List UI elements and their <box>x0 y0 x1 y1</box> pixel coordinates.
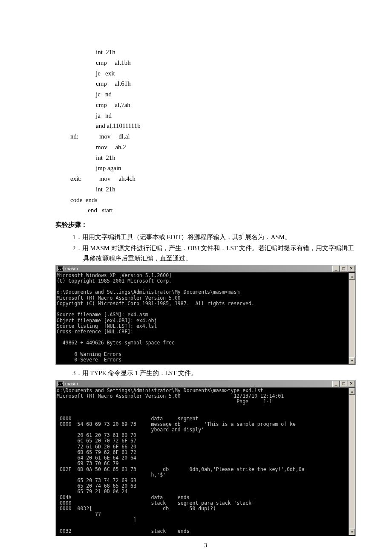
window-title: masm <box>65 266 78 271</box>
close-button[interactable]: × <box>348 381 355 387</box>
scrollbar[interactable]: ▴ ▾ <box>349 273 355 364</box>
step-item-1: 1．用用文字编辑工具（记事本或 EDIT）将源程序输入，其扩展名为．ASM。 <box>72 232 356 242</box>
close-button[interactable]: × <box>348 266 355 272</box>
console-window-masm: C:\ masm _ □ × Microsoft Windows XP [Ver… <box>55 265 356 365</box>
minimize-button[interactable]: _ <box>332 266 340 272</box>
step-item-2: 2．用 MASM 对源文件进行汇编，产生．OBJ 文件和．LST 文件。若汇编时… <box>72 243 356 263</box>
section-heading-steps: 实验步骤： <box>55 221 356 229</box>
page-number: 3 <box>55 542 356 549</box>
title-bar: C:\ masm _ □ × <box>56 265 355 272</box>
scrollbar[interactable]: ▴ ▾ <box>349 388 355 536</box>
window-title: masm <box>65 381 78 386</box>
minimize-button[interactable]: _ <box>332 381 340 387</box>
cmd-icon: C:\ <box>58 266 63 271</box>
console-window-type-lst: C:\ masm _ □ × d:\Documents and Settings… <box>55 380 356 537</box>
scroll-up-icon[interactable]: ▴ <box>349 273 355 280</box>
cmd-icon: C:\ <box>58 381 63 386</box>
maximize-button[interactable]: □ <box>340 381 347 387</box>
scroll-down-icon[interactable]: ▾ <box>349 357 355 364</box>
scroll-down-icon[interactable]: ▾ <box>349 529 355 535</box>
step-item-3: 3．用 TYPE 命令显示 1 产生的．LST 文件。 <box>72 368 356 378</box>
console-output: Microsoft Windows XP [Version 5.1.2600] … <box>56 272 355 365</box>
console-output: d:\Documents and Settings\Administrator\… <box>56 387 355 536</box>
maximize-button[interactable]: □ <box>340 266 347 272</box>
title-bar: C:\ masm _ □ × <box>56 380 355 387</box>
assembly-source: int 21h cmp al,1bh je exit cmp al,61h jc… <box>70 47 356 216</box>
scroll-up-icon[interactable]: ▴ <box>349 388 355 395</box>
